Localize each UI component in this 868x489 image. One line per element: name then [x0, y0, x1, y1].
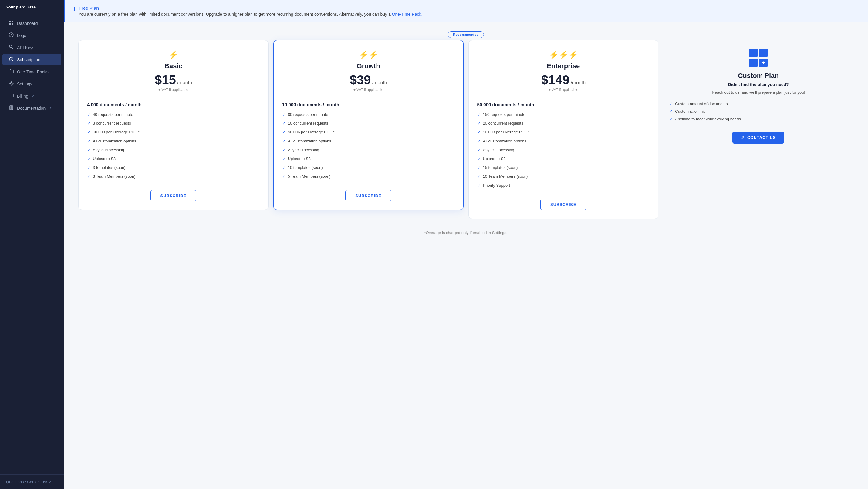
sidebar-item-api-keys[interactable]: API Keys	[2, 41, 61, 53]
main-content: ℹ Free Plan You are currently on a free …	[64, 0, 868, 489]
billing-icon	[8, 93, 14, 99]
check-icon: ✓	[477, 183, 480, 189]
list-item: ✓Priority Support	[477, 183, 650, 189]
list-item: ✓All customization options	[87, 138, 260, 144]
sidebar-item-billing-label: Billing	[17, 94, 28, 99]
sidebar-item-settings[interactable]: Settings	[2, 78, 61, 90]
check-icon: ✓	[477, 130, 480, 135]
basic-plan-period: /month	[177, 80, 192, 86]
growth-plan-card: ⚡⚡ Growth $39 /month + VAT if applicable…	[273, 40, 464, 210]
list-item: ✓Anything to meet your evolving needs	[669, 117, 847, 121]
custom-plan-icon-group: +	[749, 48, 768, 67]
check-icon: ✓	[282, 174, 285, 180]
list-item: ✓80 requests per minute	[282, 112, 455, 118]
list-item: ✓Upload to S3	[282, 156, 455, 162]
list-item: ✓Async Processing	[282, 147, 455, 153]
api-keys-icon	[8, 44, 14, 50]
custom-plan-features: ✓Custom amount of documents ✓Custom rate…	[669, 102, 847, 124]
sidebar-contact[interactable]: Questions? Contact us! ↗	[0, 475, 64, 489]
enterprise-subscribe-button[interactable]: SUBSCRIBE	[540, 199, 586, 210]
list-item: ✓10 concurrent requests	[282, 121, 455, 126]
sidebar-plan-label: Your plan:	[6, 5, 25, 9]
check-icon: ✓	[477, 148, 480, 153]
free-plan-banner: ℹ Free Plan You are currently on a free …	[64, 0, 868, 22]
list-item: ✓Custom amount of documents	[669, 102, 847, 106]
basic-subscribe-button[interactable]: SUBSCRIBE	[151, 190, 196, 201]
sidebar-item-subscription[interactable]: Subscription	[2, 54, 61, 65]
svg-point-9	[11, 83, 12, 84]
enterprise-plan-docs: 50 000 documents / month	[477, 97, 650, 107]
info-icon: ℹ	[73, 6, 75, 12]
list-item: ✓3 concurrent requests	[87, 121, 260, 126]
list-item: ✓All customization options	[477, 138, 650, 144]
sidebar-item-settings-label: Settings	[17, 82, 32, 87]
sidebar-plan-value: Free	[28, 5, 36, 9]
check-icon: ✓	[87, 165, 90, 171]
enterprise-plan-vat: + VAT if applicable	[549, 88, 578, 92]
check-icon: ✓	[87, 156, 90, 162]
check-icon: ✓	[87, 174, 90, 180]
custom-plan-description: Reach out to us, and we'll prepare a pla…	[712, 90, 805, 96]
check-icon: ✓	[477, 112, 480, 118]
basic-plan-features: ✓40 requests per minute ✓3 concurrent re…	[87, 112, 260, 183]
basic-plan-docs: 4 000 documents / month	[87, 97, 260, 107]
contact-us-button[interactable]: ↗ CONTACT US	[733, 132, 784, 144]
svg-rect-0	[9, 21, 11, 23]
check-icon: ✓	[282, 121, 285, 126]
sidebar-item-logs[interactable]: Logs	[2, 29, 61, 41]
documentation-external-icon: ↗	[49, 106, 52, 110]
plans-grid: ⚡ Basic $15 /month + VAT if applicable 4…	[76, 38, 856, 221]
list-item: ✓Upload to S3	[87, 156, 260, 162]
custom-plan-subtitle: Didn't find the plan you need?	[728, 82, 789, 87]
sidebar-item-one-time-packs[interactable]: One-Time Packs	[2, 66, 61, 77]
recommended-row: Recommended	[76, 31, 856, 38]
settings-icon	[8, 81, 14, 87]
sidebar-plan: Your plan: Free	[0, 0, 64, 13]
list-item: ✓20 concurrent requests	[477, 121, 650, 126]
footer-note: *Overage is charged only if enabled in S…	[76, 230, 856, 241]
check-icon: ✓	[87, 139, 90, 144]
growth-plan-features: ✓80 requests per minute ✓10 concurrent r…	[282, 112, 455, 183]
svg-rect-1	[11, 21, 13, 23]
custom-plan-card: + Custom Plan Didn't find the plan you n…	[663, 40, 854, 152]
one-time-packs-icon	[8, 69, 14, 74]
growth-plan-icon: ⚡⚡	[359, 50, 378, 60]
check-icon: ✓	[87, 121, 90, 126]
list-item: ✓40 requests per minute	[87, 112, 260, 118]
list-item: ✓150 requests per minute	[477, 112, 650, 118]
growth-subscribe-button[interactable]: SUBSCRIBE	[345, 190, 391, 201]
list-item: ✓3 Team Members (soon)	[87, 174, 260, 180]
growth-plan-period: /month	[372, 80, 387, 86]
svg-rect-3	[11, 23, 13, 25]
dashboard-icon	[8, 20, 14, 26]
one-time-pack-link[interactable]: One-Time Pack.	[392, 12, 423, 17]
enterprise-plan-features: ✓150 requests per minute ✓20 concurrent …	[477, 112, 650, 192]
check-icon: ✓	[87, 130, 90, 135]
check-icon: ✓	[282, 148, 285, 153]
list-item: ✓Upload to S3	[477, 156, 650, 162]
sidebar-item-logs-label: Logs	[17, 33, 26, 38]
enterprise-plan-price: $149	[541, 74, 569, 87]
growth-plan-docs: 10 000 documents / month	[282, 97, 455, 107]
custom-icon-sq1	[749, 48, 757, 57]
list-item: ✓$0.003 per Overage PDF *	[477, 129, 650, 135]
custom-icon-plus: +	[759, 59, 768, 67]
sidebar-item-billing[interactable]: Billing ↗	[2, 90, 61, 102]
svg-rect-8	[9, 70, 13, 73]
sidebar-contact-text: Questions? Contact us!	[6, 480, 47, 484]
check-icon: ✓	[477, 165, 480, 171]
check-icon: ✓	[477, 121, 480, 126]
enterprise-plan-name: Enterprise	[547, 62, 580, 70]
sidebar-nav: Dashboard Logs API Keys Subscription One…	[0, 13, 64, 475]
basic-plan-card: ⚡ Basic $15 /month + VAT if applicable 4…	[78, 40, 269, 210]
basic-plan-name: Basic	[164, 62, 182, 70]
check-icon: ✓	[669, 102, 673, 106]
billing-external-icon: ↗	[32, 94, 34, 98]
sidebar-item-documentation[interactable]: Documentation ↗	[2, 102, 61, 114]
banner-title: Free Plan	[79, 5, 422, 11]
check-icon: ✓	[282, 156, 285, 162]
sidebar-item-dashboard[interactable]: Dashboard	[2, 17, 61, 29]
sidebar-item-api-keys-label: API Keys	[17, 45, 35, 50]
sidebar-item-subscription-label: Subscription	[17, 57, 40, 62]
sidebar: Your plan: Free Dashboard Logs API Keys	[0, 0, 64, 489]
